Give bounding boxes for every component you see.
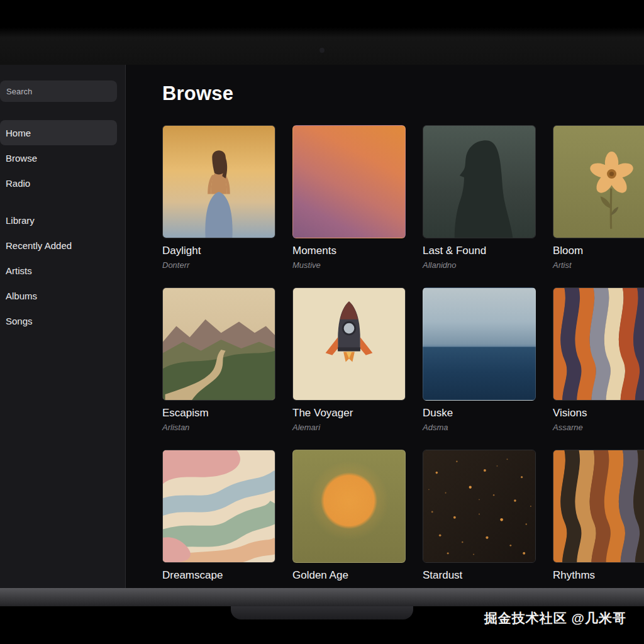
app-window: Home Browse Radio Library Recently Added… [0, 65, 644, 588]
album-artist: Arlistan [162, 423, 275, 432]
sidebar-item-recently-added[interactable]: Recently Added [0, 233, 117, 258]
laptop-bezel-top [0, 0, 644, 65]
album-art-bloom [553, 125, 644, 238]
album-artist: Assarne [553, 423, 644, 432]
album-artist: Artist [553, 260, 644, 270]
album-card-rhythms[interactable]: Rhythms [553, 450, 644, 588]
album-card-moments[interactable]: Moments Mustive [292, 125, 406, 287]
sidebar-item-albums[interactable]: Albums [0, 283, 117, 308]
album-title: The Voyager [292, 407, 406, 419]
laptop-notch [231, 606, 413, 619]
sidebar-nav: Home Browse Radio Library Recently Added… [0, 120, 117, 333]
sidebar-item-artists[interactable]: Artists [0, 258, 117, 283]
album-card-the-voyager[interactable]: The Voyager Alemari [292, 287, 406, 450]
album-title: Dreamscape [162, 569, 275, 582]
album-grid: Daylight Donterr Moments Mustive [162, 125, 644, 588]
album-title: Bloom [553, 245, 644, 257]
album-artist: Mustive [292, 260, 406, 270]
sidebar-item-home[interactable]: Home [0, 120, 117, 145]
album-art-escapism [162, 287, 275, 401]
watermark: 掘金技术社区 @几米哥 [484, 609, 626, 627]
album-title: Duske [423, 407, 536, 419]
album-card-bloom[interactable]: Bloom Artist [553, 125, 644, 287]
album-artist: Allanidno [423, 260, 536, 270]
album-card-stardust[interactable]: Stardust [423, 450, 536, 588]
album-art-golden-age [292, 450, 406, 563]
album-art-rhythms [553, 450, 644, 563]
album-artist: Alemari [292, 423, 406, 432]
sidebar-item-browse[interactable]: Browse [0, 145, 117, 170]
album-title: Rhythms [553, 569, 644, 582]
album-art-duske [423, 287, 536, 401]
album-title: Escapism [162, 407, 275, 419]
sidebar-item-radio[interactable]: Radio [0, 170, 117, 196]
album-artist: Adsma [423, 423, 536, 432]
album-card-duske[interactable]: Duske Adsma [423, 287, 536, 450]
album-title: Stardust [423, 569, 536, 582]
album-art-visions [553, 287, 644, 401]
album-art-last-and-found [423, 125, 536, 238]
album-card-golden-age[interactable]: Golden Age [292, 450, 406, 588]
album-title: Last & Found [423, 245, 536, 257]
album-art-moments [292, 125, 406, 238]
album-art-dreamscape [162, 450, 275, 563]
album-art-stardust [423, 450, 536, 563]
camera-dot [319, 48, 325, 53]
page-title: Browse [162, 82, 233, 105]
album-card-dreamscape[interactable]: Dreamscape [162, 450, 275, 588]
album-title: Daylight [162, 245, 275, 257]
album-card-daylight[interactable]: Daylight Donterr [162, 125, 275, 287]
sidebar-item-songs[interactable]: Songs [0, 308, 117, 333]
laptop-deck [0, 588, 644, 606]
album-card-last-and-found[interactable]: Last & Found Allanidno [423, 125, 536, 287]
sidebar: Home Browse Radio Library Recently Added… [0, 65, 126, 588]
search-input[interactable] [0, 80, 117, 102]
album-title: Moments [292, 245, 406, 257]
album-artist: Donterr [162, 260, 275, 270]
album-card-escapism[interactable]: Escapism Arlistan [162, 287, 275, 450]
main-content: Browse [126, 65, 644, 588]
album-art-the-voyager [292, 287, 406, 401]
album-title: Visions [553, 407, 644, 419]
album-card-visions[interactable]: Visions Assarne [553, 287, 644, 450]
album-title: Golden Age [292, 569, 406, 582]
album-art-daylight [162, 125, 275, 238]
sidebar-item-library[interactable]: Library [0, 208, 117, 233]
